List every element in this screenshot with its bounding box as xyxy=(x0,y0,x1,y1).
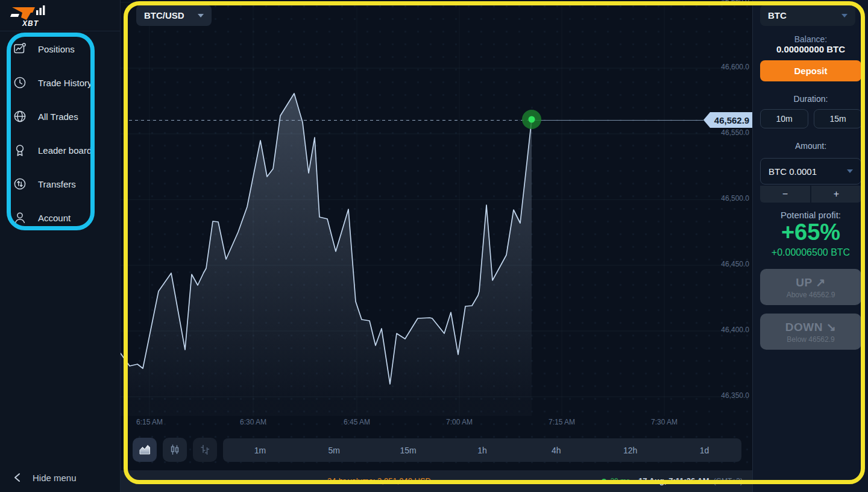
chart-type-candlestick-button[interactable] xyxy=(163,438,187,462)
chart-type-area-button[interactable] xyxy=(133,438,157,462)
x-axis-label: 7:30 AM xyxy=(651,418,678,426)
amount-decrease-button[interactable]: − xyxy=(760,186,810,203)
x-axis-label: 6:15 AM xyxy=(136,418,163,426)
app-root: XBT PositionsTrade HistoryAll TradesLead… xyxy=(0,0,868,492)
potential-profit-label: Potential profit: xyxy=(753,210,868,220)
y-axis-label: 46,350.0 xyxy=(721,391,749,400)
y-axis-label: 46,650.0 xyxy=(721,0,749,5)
price-chart xyxy=(121,0,752,416)
hide-menu-button[interactable]: Hide menu xyxy=(13,472,77,483)
timezone: (GMT+3) xyxy=(714,477,743,485)
x-axis-label: 7:15 AM xyxy=(549,418,575,426)
sidebar-item-label: Trade History xyxy=(38,78,92,88)
chevron-down-icon xyxy=(847,169,853,173)
y-axis-label: 46,600.0 xyxy=(721,63,749,71)
symbol-selector[interactable]: BTC/USD xyxy=(136,5,212,26)
timeframe-15m-button[interactable]: 15m xyxy=(371,438,445,462)
sidebar-item-label: Transfers xyxy=(38,179,76,189)
asset-selector[interactable]: BTC xyxy=(760,5,855,26)
symbol-selector-value: BTC/USD xyxy=(144,10,184,20)
amount-value: BTC 0.0001 xyxy=(769,166,817,177)
chevron-down-icon xyxy=(198,14,204,17)
transfers-icon xyxy=(13,177,27,191)
up-button[interactable]: UP ↗ Above 46562.9 xyxy=(760,269,861,305)
ohlc-chart-icon xyxy=(198,443,212,457)
sidebar-item-leader-board[interactable]: Leader board xyxy=(0,133,121,167)
arrow-up-right-icon: ↗ xyxy=(816,276,825,289)
timeframe-1m-button[interactable]: 1m xyxy=(223,438,297,462)
globe-icon xyxy=(13,109,27,124)
timeframe-bar: 1m5m15m1h4h12h1d xyxy=(223,438,741,462)
latency-value: 29 ms xyxy=(610,477,630,485)
amount-selector[interactable]: BTC 0.0001 xyxy=(760,158,861,184)
area-chart-icon xyxy=(137,443,152,457)
candlestick-chart-icon xyxy=(168,443,182,457)
profit-percent: +65% xyxy=(753,219,868,245)
current-datetime: 17 Aug, 7:11:36 AM xyxy=(638,476,709,485)
timeframe-5m-button[interactable]: 5m xyxy=(297,438,371,462)
amount-increase-button[interactable]: + xyxy=(811,186,861,203)
sidebar-item-label: Leader board xyxy=(38,145,92,156)
account-icon xyxy=(13,210,27,225)
balance-label: Balance: xyxy=(753,34,868,44)
sidebar-item-account[interactable]: Account xyxy=(0,201,121,235)
hide-menu-label: Hide menu xyxy=(33,473,77,483)
current-price-tag: 46,562.9 xyxy=(703,112,755,128)
timeframe-1d-button[interactable]: 1d xyxy=(667,438,741,462)
brand-logo-icon: XBT xyxy=(8,3,48,28)
timeframe-12h-button[interactable]: 12h xyxy=(593,438,667,462)
y-axis-label: 46,500.0 xyxy=(721,194,749,203)
x-axis-label: 6:30 AM xyxy=(240,418,266,426)
volume-24h: 24-hr volume: 3,951,040 USD xyxy=(327,476,431,485)
sidebar: XBT PositionsTrade HistoryAll TradesLead… xyxy=(0,0,121,492)
x-axis-label: 6:45 AM xyxy=(344,418,370,426)
duration-10m-button[interactable]: 10m xyxy=(760,109,808,128)
chevron-down-icon xyxy=(841,14,848,17)
timeframe-4h-button[interactable]: 4h xyxy=(519,438,593,462)
trade-panel: BTC Balance: 0.00000000 BTC Deposit Dura… xyxy=(752,0,868,492)
balance-value: 0.00000000 BTC xyxy=(753,44,868,54)
sidebar-item-label: Positions xyxy=(38,44,75,54)
duration-label: Duration: xyxy=(753,94,868,104)
sidebar-item-all-trades[interactable]: All Trades xyxy=(0,99,121,133)
sidebar-item-transfers[interactable]: Transfers xyxy=(0,167,121,201)
x-axis-label: 7:00 AM xyxy=(446,418,473,426)
status-bar: 24-hr volume: 3,951,040 USD 29 ms 17 Aug… xyxy=(121,470,752,492)
timeframe-1h-button[interactable]: 1h xyxy=(445,438,520,462)
duration-15m-button[interactable]: 15m xyxy=(814,109,862,128)
sidebar-item-label: Account xyxy=(38,213,71,223)
amount-stepper: − + xyxy=(760,186,861,203)
arrow-down-right-icon: ↘ xyxy=(826,321,836,333)
medal-icon xyxy=(13,143,27,157)
y-axis-label: 46,450.0 xyxy=(721,260,749,268)
down-button[interactable]: DOWN ↘ Below 46562.9 xyxy=(760,314,861,350)
current-price-marker xyxy=(529,116,535,123)
up-strike: Above 46562.9 xyxy=(760,291,861,299)
logo: XBT xyxy=(0,0,120,31)
sidebar-nav: PositionsTrade HistoryAll TradesLeader b… xyxy=(0,32,121,235)
sidebar-item-positions[interactable]: Positions xyxy=(0,32,121,66)
profit-btc: +0.00006500 BTC xyxy=(753,247,868,258)
y-axis-label: 46,550.0 xyxy=(721,128,749,137)
y-axis-label: 46,400.0 xyxy=(721,326,749,334)
amount-label: Amount: xyxy=(753,141,868,151)
sidebar-item-label: All Trades xyxy=(38,112,78,122)
deposit-button[interactable]: Deposit xyxy=(760,60,861,81)
chart-type-ohlc-button[interactable] xyxy=(193,438,217,462)
chart-area: 46,650.046,600.046,550.046,500.046,450.0… xyxy=(121,0,752,492)
chevron-left-icon xyxy=(13,472,22,483)
positions-icon xyxy=(13,42,27,56)
svg-text:XBT: XBT xyxy=(22,19,39,28)
down-strike: Below 46562.9 xyxy=(760,335,861,344)
asset-selector-value: BTC xyxy=(768,10,787,20)
history-icon xyxy=(13,75,27,90)
sidebar-item-trade-history[interactable]: Trade History xyxy=(0,66,121,99)
connection-dot-icon xyxy=(602,479,606,484)
